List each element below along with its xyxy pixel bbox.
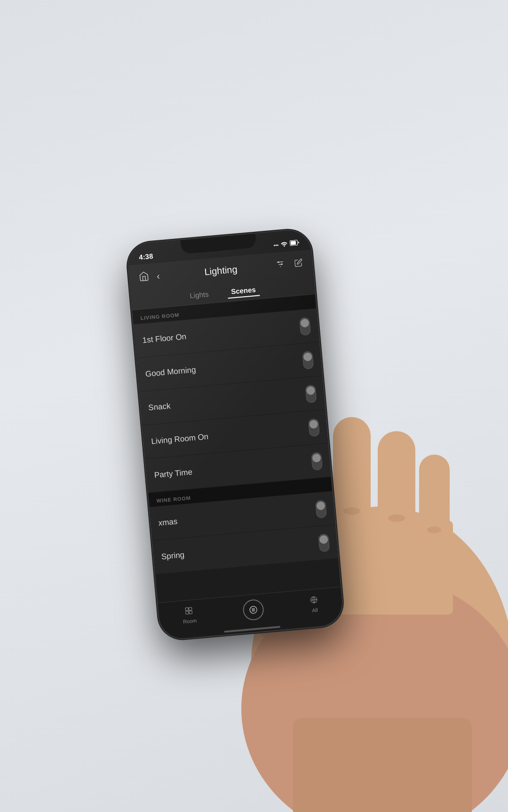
- toggle-living-room-on[interactable]: [308, 418, 320, 436]
- scene-name-1st-floor-on: 1st Floor On: [142, 331, 187, 345]
- status-time: 4:38: [139, 252, 153, 261]
- scene-name-xmas: xmas: [158, 516, 178, 527]
- edit-button[interactable]: [292, 256, 306, 271]
- nav-room-label: Room: [183, 617, 197, 624]
- tab-scenes[interactable]: Scenes: [227, 283, 260, 299]
- svg-rect-20: [185, 607, 189, 611]
- toggle-spring[interactable]: [318, 533, 330, 552]
- scene-name-snack: Snack: [148, 401, 171, 412]
- svg-rect-12: [293, 718, 472, 812]
- svg-line-27: [252, 610, 255, 611]
- svg-point-19: [281, 263, 283, 265]
- section-label-living-room: LIVING ROOM: [140, 312, 179, 321]
- svg-point-11: [427, 527, 441, 533]
- scene-name-spring: Spring: [161, 550, 185, 561]
- svg-rect-21: [189, 607, 192, 610]
- filter-button[interactable]: [273, 257, 288, 273]
- scene-name-living-room-on: Living Room On: [151, 432, 209, 446]
- status-icons: ▪▪▪: [273, 239, 300, 248]
- home-button[interactable]: [136, 268, 152, 285]
- nav-center-button[interactable]: [242, 598, 264, 621]
- svg-rect-23: [190, 611, 193, 614]
- phone-frame: 4:38 ▪▪▪: [127, 229, 344, 640]
- toggle-snack[interactable]: [305, 384, 317, 403]
- header-left: ‹: [136, 267, 163, 285]
- scene-name-party-time: Party Time: [154, 467, 193, 480]
- toggle-party-time[interactable]: [311, 451, 323, 470]
- svg-line-29: [311, 599, 317, 600]
- toggle-1st-floor-on[interactable]: [299, 316, 311, 335]
- svg-line-25: [252, 608, 255, 608]
- svg-rect-14: [291, 241, 296, 245]
- section-label-wine-room: WINE ROOM: [156, 495, 191, 503]
- svg-point-18: [278, 261, 279, 263]
- battery-icon: [289, 239, 299, 247]
- signal-icon: ▪▪▪: [273, 242, 279, 247]
- nav-all-label: All: [312, 607, 318, 613]
- nav-room[interactable]: Room: [182, 606, 197, 624]
- nav-all[interactable]: All: [310, 595, 319, 613]
- svg-point-10: [388, 514, 405, 522]
- svg-point-9: [343, 507, 360, 515]
- screen: 4:38 ▪▪▪: [127, 229, 344, 640]
- all-icon: [310, 595, 319, 606]
- svg-line-26: [252, 609, 255, 610]
- header-right: [273, 255, 306, 274]
- tab-lights[interactable]: Lights: [186, 288, 213, 302]
- back-button[interactable]: ‹: [154, 268, 162, 283]
- room-icon: [184, 606, 194, 617]
- toggle-good-morning[interactable]: [302, 350, 314, 369]
- svg-rect-22: [186, 611, 189, 614]
- scene-list: LIVING ROOM 1st Floor On Good Morning Sn…: [132, 294, 341, 603]
- scene-name-good-morning: Good Morning: [145, 365, 196, 378]
- page-title: Lighting: [204, 263, 238, 277]
- toggle-xmas[interactable]: [315, 499, 327, 518]
- wifi-icon: [281, 240, 288, 247]
